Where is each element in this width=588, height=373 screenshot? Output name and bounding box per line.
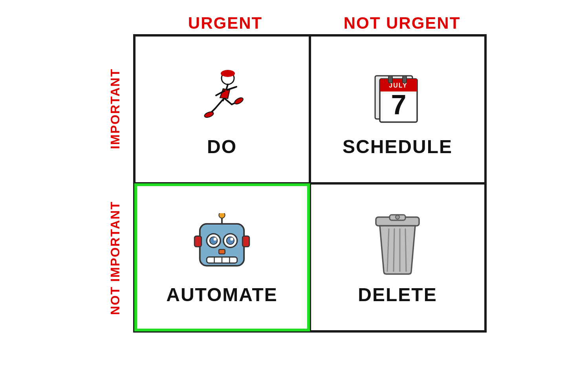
delete-icon: [362, 209, 433, 280]
svg-point-1: [221, 70, 235, 77]
not-important-row-label: NOT IMPORTANT: [108, 183, 123, 333]
matrix-body: IMPORTANT NOT IMPORTANT: [98, 34, 491, 333]
svg-point-28: [214, 238, 217, 241]
svg-point-41: [396, 215, 399, 219]
automate-icon: [187, 209, 257, 280]
do-cell: DO: [134, 35, 310, 183]
column-headers: URGENT NOT URGENT: [137, 14, 491, 33]
svg-point-27: [227, 237, 234, 244]
do-icon: [187, 61, 257, 132]
automate-label: AUTOMATE: [166, 284, 278, 305]
svg-text:7: 7: [391, 90, 407, 120]
svg-line-5: [215, 99, 223, 108]
do-label: DO: [207, 136, 237, 157]
svg-point-10: [234, 97, 244, 105]
svg-point-26: [210, 237, 217, 244]
row-labels: IMPORTANT NOT IMPORTANT: [98, 34, 133, 333]
eisenhower-matrix: URGENT NOT URGENT IMPORTANT NOT IMPORTAN…: [78, 14, 510, 359]
svg-point-20: [219, 213, 225, 218]
svg-rect-17: [388, 76, 392, 83]
not-urgent-header: NOT URGENT: [314, 14, 491, 33]
svg-rect-23: [242, 236, 249, 247]
matrix-grid: DO JULY: [133, 34, 487, 333]
svg-line-7: [225, 99, 232, 104]
important-row-label: IMPORTANT: [108, 34, 123, 183]
urgent-header: URGENT: [137, 14, 314, 33]
svg-line-40: [405, 229, 406, 271]
schedule-icon: JULY 7: [362, 61, 433, 132]
svg-line-38: [394, 229, 394, 271]
delete-label: DELETE: [358, 284, 437, 305]
delete-cell: DELETE: [310, 183, 485, 331]
svg-point-29: [230, 238, 233, 241]
svg-line-4: [227, 87, 236, 90]
svg-rect-30: [219, 249, 225, 254]
schedule-cell: JULY 7 SCHEDULE: [310, 35, 485, 183]
svg-rect-22: [194, 236, 201, 247]
automate-cell: AUTOMATE: [134, 183, 310, 331]
svg-rect-18: [403, 76, 407, 83]
schedule-label: SCHEDULE: [343, 136, 452, 157]
svg-point-9: [204, 111, 214, 118]
